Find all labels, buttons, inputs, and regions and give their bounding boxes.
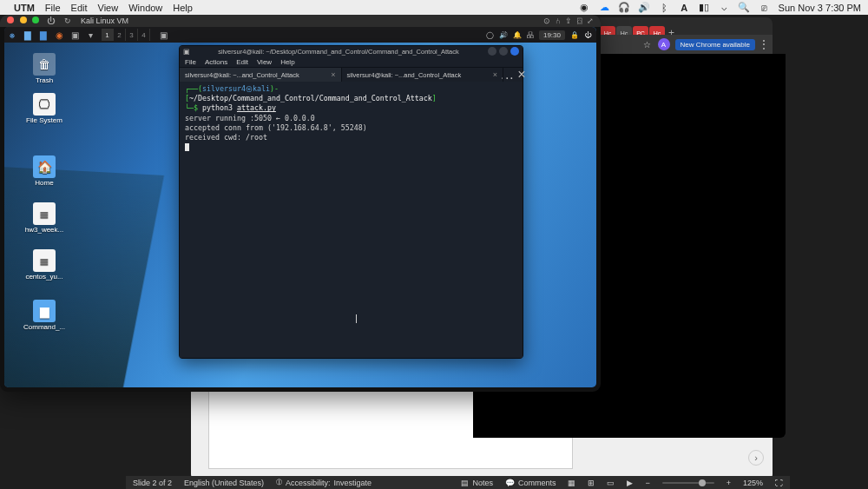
desktop-icon-command[interactable]: ▆ Command_... [22, 300, 67, 332]
desktop-icon-home[interactable]: 🏠 Home [22, 155, 67, 188]
terminal-output-line: server running :5050 ← 0.0.0.0 [185, 114, 517, 123]
workspace-3[interactable]: 3 [126, 29, 138, 41]
utm-restart-icon[interactable]: ↻ [64, 17, 71, 25]
terminal-tab-1[interactable]: silversur4@kali: ~...and_Control_Attack … [180, 68, 342, 82]
mac-clock[interactable]: Sun Nov 3 7:30 PM [779, 3, 861, 13]
chrome-update-pill[interactable]: New Chrome available [675, 39, 755, 50]
view-normal-icon[interactable]: ▦ [568, 479, 575, 487]
term-menu-view[interactable]: View [257, 58, 272, 66]
notes-button[interactable]: ▤ Notes [461, 479, 493, 487]
panel-record-icon[interactable]: ◯ [486, 31, 494, 39]
terminal-output-line: received cwd: /root [185, 133, 517, 142]
view-grid-icon[interactable]: ⊞ [588, 479, 595, 487]
utm-capture-icon[interactable]: ⌼ [577, 17, 582, 25]
volume-icon[interactable]: 🔊 [639, 2, 650, 13]
fullscreen-icon[interactable]: ⛶ [775, 479, 783, 487]
profile-avatar[interactable]: A [658, 38, 670, 50]
workspace-2[interactable]: 2 [114, 29, 126, 41]
panel-firefox-icon[interactable]: ◉ [51, 28, 67, 42]
slide-indicator[interactable]: Slide 2 of 2 [133, 479, 172, 487]
desktop-icon-filesystem[interactable]: 🖵 File System [22, 93, 67, 125]
panel-power-icon[interactable]: ⏻ [584, 31, 591, 39]
mac-menubar-right: ◉ ☁ 🎧 🔊 ᛒ A ▮▯ ⌵ 🔍 ⎚ Sun Nov 3 7:30 PM [579, 2, 868, 13]
battery-icon[interactable]: ▮▯ [699, 2, 710, 13]
desktop-icon-trash[interactable]: 🗑 Trash [22, 53, 67, 85]
status-dot-icon[interactable]: ◉ [579, 2, 590, 13]
view-slideshow-icon[interactable]: ▶ [627, 479, 633, 487]
utm-drive-icon[interactable]: ⊙ [543, 17, 550, 25]
mac-menu-file[interactable]: File [45, 3, 61, 13]
mac-menubar: UTM File Edit View Window Help ◉ ☁ 🎧 🔊 ᛒ… [0, 0, 868, 15]
term-menu-edit[interactable]: Edit [236, 58, 248, 66]
panel-running-app-icon[interactable]: ▣ [155, 28, 171, 42]
app-name[interactable]: UTM [14, 3, 35, 13]
icon-label: Command_... [22, 324, 67, 332]
panel-volume-icon[interactable]: 🔊 [499, 31, 508, 39]
workspace-4[interactable]: 4 [138, 29, 150, 41]
mac-menu-view[interactable]: View [98, 3, 119, 13]
utm-titlebar[interactable]: ⏻ ↻ Kali Linux VM ⊙ ⑃ ⇪ ⌼ ⤢ [0, 15, 601, 27]
bluetooth-icon[interactable]: ᛒ [659, 2, 670, 13]
letter-a-icon[interactable]: A [679, 2, 690, 13]
terminal-maximize-icon[interactable] [499, 47, 508, 56]
mac-menu-window[interactable]: Window [128, 3, 162, 13]
desktop-icon-hw3[interactable]: ≣ hw3_week... [22, 202, 67, 235]
term-menu-actions[interactable]: Actions [205, 58, 227, 66]
doc-nav-next[interactable]: › [748, 450, 764, 466]
term-menu-file[interactable]: File [185, 58, 196, 66]
panel-network-icon[interactable]: 品 [527, 30, 534, 40]
close-icon[interactable] [7, 17, 14, 23]
zoom-in-icon[interactable]: + [727, 479, 731, 487]
panel-clock[interactable]: 19:30 [539, 30, 565, 40]
terminal-tab-overflow[interactable]: … × [503, 68, 523, 82]
terminal-tab-2[interactable]: silversur4@kali: ~...and_Control_Attack … [342, 68, 504, 82]
panel-folder-icon[interactable]: ▇ [20, 28, 36, 42]
view-reading-icon[interactable]: ▭ [607, 479, 615, 487]
search-icon[interactable]: 🔍 [739, 2, 750, 13]
terminal-titlebar[interactable]: ▣ silversur4@kali: ~/Desktop/Command_and… [180, 46, 523, 56]
presentation-statusbar: Slide 2 of 2 English (United States) ⦷ A… [126, 476, 790, 489]
zoom-percent[interactable]: 125% [743, 479, 763, 487]
terminal-body[interactable]: ┌──(silversur4㉿kali)-[~/Desktop/Command_… [180, 82, 523, 358]
panel-notify-icon[interactable]: 🔔 [513, 31, 522, 39]
chrome-menu-icon[interactable]: ⋮ [759, 38, 769, 50]
panel-app-icon[interactable]: ▾ [82, 28, 98, 42]
kali-desktop[interactable]: ⎈ ▇ ▇ ◉ ▣ ▾ 1 2 3 4 ▣ ◯ 🔊 🔔 品 19:30 🔒 ⏻ [4, 27, 596, 387]
panel-folder2-icon[interactable]: ▇ [36, 28, 51, 42]
utm-title: Kali Linux VM [81, 17, 128, 25]
accessibility-indicator[interactable]: ⦷ Accessibility: Investigate [276, 478, 372, 487]
zoom-out-icon[interactable]: − [645, 479, 649, 487]
messenger-icon[interactable]: ☁ [599, 2, 610, 13]
utm-power-icon[interactable]: ⏻ [47, 17, 55, 25]
bookmark-star-icon[interactable]: ☆ [643, 40, 651, 50]
comments-button[interactable]: 💬 Comments [505, 479, 556, 487]
tab-close-icon[interactable]: × [493, 70, 497, 79]
panel-lock-icon[interactable]: 🔒 [570, 31, 579, 39]
zoom-slider[interactable] [662, 482, 714, 484]
minimize-icon[interactable] [20, 17, 27, 23]
workspace-1[interactable]: 1 [102, 29, 114, 41]
kali-menu-icon[interactable]: ⎈ [4, 28, 20, 42]
terminal-close-icon[interactable] [510, 47, 519, 56]
kali-panel: ⎈ ▇ ▇ ◉ ▣ ▾ 1 2 3 4 ▣ ◯ 🔊 🔔 品 19:30 🔒 ⏻ [4, 27, 596, 43]
desktop-icon-centos[interactable]: ≣ centos_yu... [22, 249, 67, 281]
utm-share-icon[interactable]: ⇪ [565, 17, 572, 25]
tab-close-icon[interactable]: × [331, 70, 335, 79]
headphones-icon[interactable]: 🎧 [619, 2, 630, 13]
wifi-icon[interactable]: ⌵ [719, 2, 730, 13]
tab-label: silversur4@kali: ~...and_Control_Attack [185, 71, 299, 79]
panel-terminal-icon[interactable]: ▣ [67, 28, 82, 42]
terminal-window[interactable]: ▣ silversur4@kali: ~/Desktop/Command_and… [179, 45, 523, 359]
workspace-switcher[interactable]: 1 2 3 4 [102, 29, 150, 41]
utm-usb-icon[interactable]: ⑃ [556, 17, 560, 25]
language-indicator[interactable]: English (United States) [184, 479, 264, 487]
control-center-icon[interactable]: ⎚ [759, 2, 770, 13]
trash-icon: 🗑 [33, 53, 56, 76]
mac-menu-edit[interactable]: Edit [71, 3, 88, 13]
maximize-icon[interactable] [32, 17, 39, 23]
term-menu-help[interactable]: Help [280, 58, 294, 66]
terminal-minimize-icon[interactable] [488, 47, 496, 56]
utm-resize-icon[interactable]: ⤢ [587, 17, 594, 25]
mac-menu-help[interactable]: Help [173, 3, 193, 13]
utm-traffic-lights[interactable] [7, 17, 43, 25]
